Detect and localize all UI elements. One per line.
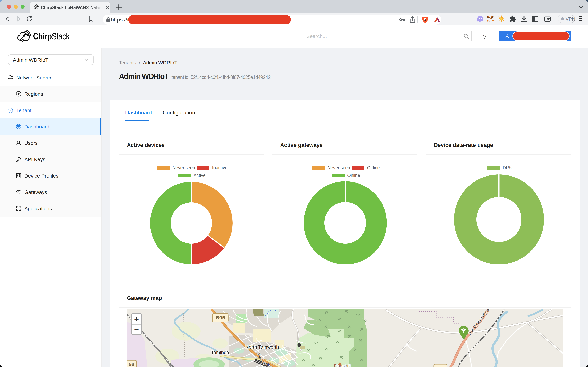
svg-text:Taminda: Taminda: [211, 350, 229, 355]
svg-text:Flagstaff: Flagstaff: [334, 363, 351, 367]
svg-text:56: 56: [129, 362, 134, 367]
svg-text:B95: B95: [216, 315, 225, 320]
svg-text:North Tamworth: North Tamworth: [245, 344, 279, 350]
